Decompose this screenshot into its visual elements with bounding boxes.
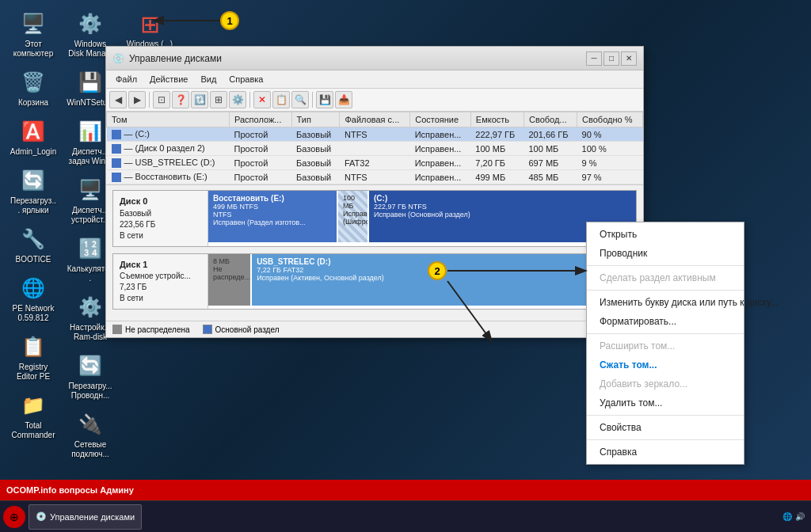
desktop: 🖥️ Этот компьютер 🗑️ Корзина 🅰️ Admin_Lo… xyxy=(0,0,811,532)
legend: Не распределена Основной раздел xyxy=(106,321,643,337)
partition-e-type: NTFS xyxy=(213,211,332,218)
menu-action[interactable]: Действие xyxy=(143,72,194,86)
menu-file[interactable]: Файл xyxy=(109,72,143,86)
desktop-icon-total-commander[interactable]: 📁 Total Commander xyxy=(6,388,60,443)
toolbar-btn-11[interactable]: 📥 xyxy=(335,91,352,108)
col-filesystem[interactable]: Файловая с... xyxy=(340,112,410,127)
legend-primary-box xyxy=(203,325,212,334)
ctx-help[interactable]: Справка xyxy=(587,443,744,462)
ctx-make-active: Сделать раздел активным xyxy=(587,268,744,287)
menu-view[interactable]: Вид xyxy=(194,72,223,86)
taskbar-sound-icon: 🔊 xyxy=(795,512,805,521)
partition-c-size: 222,97 ГБ NTFS xyxy=(374,203,631,211)
restart-label: Перезагруз... ярлыки xyxy=(10,196,57,215)
menu-bar: Файл Действие Вид Справка xyxy=(106,70,643,89)
ctx-explorer[interactable]: Проводник xyxy=(587,244,744,263)
settings-icon: ⚙️ xyxy=(76,293,105,321)
toolbar-btn-4[interactable]: 🔃 xyxy=(191,91,208,108)
col-free-pct[interactable]: Свободно % xyxy=(577,112,643,127)
ctx-format[interactable]: Форматировать... xyxy=(587,312,744,331)
taskbar: ⊕ 💿 Управление дисками 🌐 🔊 xyxy=(0,500,811,532)
desktop-icon-admin-login[interactable]: 🅰️ Admin_Login xyxy=(6,114,60,160)
table-cell: Исправен... xyxy=(410,156,471,170)
col-capacity[interactable]: Емкость xyxy=(470,112,524,127)
table-cell: 100 МБ xyxy=(524,142,577,156)
table-row[interactable]: — (Диск 0 раздел 2)ПростойБазовыйИсправе… xyxy=(107,142,643,156)
ctx-extend: Расширить том... xyxy=(587,336,744,355)
table-row[interactable]: — Восстановить (E:)ПростойБазовыйNTFSИсп… xyxy=(107,170,643,184)
desktop-icon-my-computer[interactable]: 🖥️ Этот компьютер xyxy=(6,6,60,62)
disk-visual-panel: Диск 0 Базовый 223,56 ГБ В сети Восстано… xyxy=(106,184,643,321)
desktop-icon-network-connections[interactable]: 🔌 Сетевые подключ... xyxy=(63,407,117,462)
forward-button[interactable]: ▶ xyxy=(128,91,146,108)
unallocated-status: Не распреде... xyxy=(213,265,246,281)
bootice-label: BOOTICE xyxy=(15,255,51,264)
table-cell: Простой xyxy=(229,156,291,170)
desktop-icon-registry-editor[interactable]: 📋 Registry Editor PE xyxy=(6,329,60,385)
table-cell: 201,66 ГБ xyxy=(524,127,577,142)
window-controls: ─ □ ✕ xyxy=(586,51,637,66)
disk-manager-icon: ⚙️ xyxy=(76,10,105,38)
ctx-shrink[interactable]: Сжать том... xyxy=(587,355,744,374)
table-cell: NTFS xyxy=(340,170,410,184)
toolbar-btn-3[interactable]: ❓ xyxy=(172,91,189,108)
ctx-add-mirror: Добавить зеркало... xyxy=(587,374,744,393)
table-cell: 100 МБ xyxy=(470,142,524,156)
maximize-button[interactable]: □ xyxy=(603,51,619,66)
toolbar-btn-2[interactable]: ⊡ xyxy=(153,91,170,108)
disk-color-indicator xyxy=(112,173,121,182)
network-label: PE Network 0.59.812 xyxy=(10,304,57,323)
desktop-icon-bootice[interactable]: 🔧 BOOTICE xyxy=(6,222,60,268)
net-conn-label: Сетевые подключ... xyxy=(67,440,114,459)
desktop-icon-pe-network[interactable]: 🌐 PE Network 0.59.812 xyxy=(6,271,60,326)
ctx-open[interactable]: Открыть xyxy=(587,225,744,244)
col-layout[interactable]: Располож... xyxy=(229,112,291,127)
table-cell: 7,20 ГБ xyxy=(470,156,524,170)
taskbar-right: 🌐 🔊 xyxy=(782,512,808,521)
col-type[interactable]: Тип xyxy=(291,112,340,127)
ctx-delete[interactable]: Удалить том... xyxy=(587,393,744,412)
partition-c-status: Исправен (Основной раздел) xyxy=(374,211,631,218)
disk-0-size: 223,56 ГБ xyxy=(120,219,201,230)
menu-help[interactable]: Справка xyxy=(223,72,269,86)
close-button[interactable]: ✕ xyxy=(621,51,637,66)
toolbar-btn-6[interactable]: ⚙️ xyxy=(229,91,246,108)
desktop-icon-reboot-conductor[interactable]: 🔄 Перезагру... Проводн... xyxy=(63,348,117,404)
table-cell: NTFS xyxy=(340,127,410,142)
toolbar-btn-9[interactable]: 🔍 xyxy=(291,91,309,108)
col-free[interactable]: Свобод... xyxy=(524,112,577,127)
table-cell: Простой xyxy=(229,170,291,184)
table-row[interactable]: — (C:)ПростойБазовыйNTFSИсправен...222,9… xyxy=(107,127,643,142)
toolbar-btn-10[interactable]: 💾 xyxy=(316,91,333,108)
taskbar-disk-manager[interactable]: 💿 Управление дисками xyxy=(29,504,142,530)
ctx-change-letter[interactable]: Изменить букву диска или путь к диску... xyxy=(587,293,744,312)
partition-e[interactable]: Восстановить (E:) 499 МБ NTFS NTFS Испра… xyxy=(208,191,338,242)
unallocated-size: 8 МБ xyxy=(213,257,246,265)
minimize-button[interactable]: ─ xyxy=(586,51,602,66)
back-button[interactable]: ◀ xyxy=(109,91,127,108)
disk-1-partitions: 8 МБ Не распреде... USB_STRELEC (D:) 7,2… xyxy=(208,254,636,306)
delete-button[interactable]: ✕ xyxy=(253,91,271,108)
disk-manager-window: 💿 Управление дисками ─ □ ✕ Файл Действие… xyxy=(105,46,644,338)
toolbar-btn-8[interactable]: 📋 xyxy=(272,91,290,108)
toolbar-btn-5[interactable]: ⊞ xyxy=(210,91,227,108)
table-cell: — (C:) xyxy=(107,127,230,142)
ctx-separator-1 xyxy=(587,265,744,266)
col-status[interactable]: Состояние xyxy=(410,112,471,127)
desktop-icon-recycle-bin[interactable]: 🗑️ Корзина xyxy=(6,65,60,111)
windows-logo-icon: ⊞ xyxy=(135,10,164,38)
start-button[interactable]: ⊕ xyxy=(3,506,25,528)
desktop-icon-restart-shortcuts[interactable]: 🔄 Перезагруз... ярлыки xyxy=(6,163,60,218)
col-volume[interactable]: Том xyxy=(107,112,230,127)
annotation-circle-2: 2 xyxy=(428,261,447,280)
taskbar-disk-icon: 💿 xyxy=(36,511,47,522)
partition-e-name: Восстановить (E:) xyxy=(213,194,332,203)
table-row[interactable]: — USB_STRELEC (D:)ПростойБазовыйFAT32Исп… xyxy=(107,156,643,170)
disk-0-partitions: Восстановить (E:) 499 МБ NTFS NTFS Испра… xyxy=(208,191,636,242)
ctx-separator-2 xyxy=(587,290,744,291)
partition-100mb[interactable]: 100 МБ Исправен (Шифрое... xyxy=(338,191,369,242)
ctx-properties[interactable]: Свойства xyxy=(587,418,744,437)
partition-unallocated[interactable]: 8 МБ Не распреде... xyxy=(208,254,252,306)
table-cell: 485 МБ xyxy=(524,170,577,184)
table-cell: 100 % xyxy=(577,142,643,156)
